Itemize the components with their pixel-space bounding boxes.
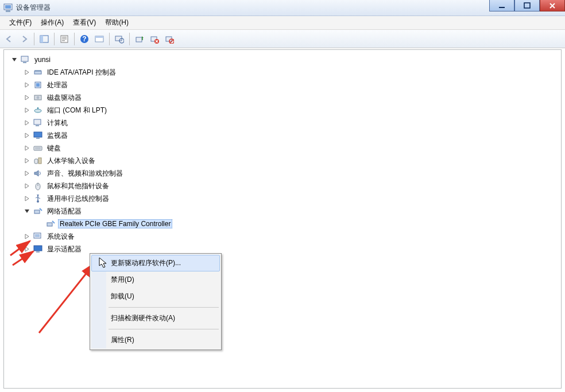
expander-closed-icon[interactable] [24,145,30,152]
expander-closed-icon[interactable] [24,233,30,240]
tree-keyboard[interactable]: 键盘 [24,142,561,154]
ctx-uninstall[interactable]: 卸载(U) [91,288,220,305]
svg-rect-40 [38,158,41,164]
view-options-button[interactable] [92,32,106,46]
tree-root[interactable]: yunsi [11,53,561,66]
ctx-disable[interactable]: 禁用(D) [91,271,220,288]
expander-open-icon[interactable] [24,208,30,215]
ports-icon [33,106,43,115]
tree-monitor-label: 监视器 [45,130,69,141]
svg-rect-32 [34,119,41,125]
display-icon [33,244,43,254]
ide-icon [33,68,43,77]
tree-network-device[interactable]: Realtek PCIe GBE Family Controller [36,218,561,230]
expander-closed-icon[interactable] [24,107,30,114]
update-driver-button[interactable] [133,32,146,46]
svg-rect-22 [21,56,28,61]
window-buttons [489,0,565,11]
tree-system-devices[interactable]: 系统设备 [24,230,561,243]
expander-closed-icon[interactable] [24,170,30,177]
svg-rect-36 [34,146,42,150]
tree-mouse[interactable]: 鼠标和其他指针设备 [24,180,561,192]
ctx-scan-hardware[interactable]: 扫描检测硬件改动(A) [91,310,220,327]
expander-closed-icon[interactable] [24,94,30,101]
ctx-properties[interactable]: 属性(R) [91,332,220,348]
tree-pc[interactable]: 计算机 [24,117,561,129]
expander-closed-icon[interactable] [24,183,30,189]
svg-rect-3 [499,7,505,8]
ctx-update-label: 更新驱动程序软件(P)... [111,259,181,267]
usb-icon [33,194,43,203]
minimize-button[interactable] [489,0,514,11]
expander-closed-icon[interactable] [24,81,30,88]
svg-point-30 [34,109,41,112]
expander-closed-icon[interactable] [24,195,30,202]
close-button[interactable] [540,0,565,11]
tree-display-adapters-label: 显示适配器 [45,244,83,255]
menu-view[interactable]: 查看(V) [68,16,100,29]
svg-rect-31 [37,107,38,109]
tree-ide[interactable]: IDE ATA/ATAPI 控制器 [24,66,561,79]
net-icon [33,207,43,216]
svg-rect-14 [95,36,103,38]
svg-rect-38 [35,149,41,149]
expander-closed-icon[interactable] [24,246,30,253]
tree-network-adapters-label: 网络适配器 [45,206,83,217]
tree-monitor[interactable]: 监视器 [24,129,561,142]
sound-icon [33,169,43,178]
expander-closed-icon[interactable] [24,157,30,164]
menubar: 文件(F) 操作(A) 查看(V) 帮助(H) [0,16,565,30]
expander-closed-icon[interactable] [24,132,30,139]
titlebar: 设备管理器 [0,0,565,16]
maximize-button[interactable] [514,0,540,11]
tree-usb-label: 通用串行总线控制器 [45,193,111,204]
svg-rect-35 [36,138,40,139]
svg-rect-34 [34,132,42,137]
menu-action[interactable]: 操作(A) [36,16,68,29]
ctx-props-label: 属性(R) [111,336,134,344]
tree-ports-label: 端口 (COM 和 LPT) [45,105,109,116]
disable-device-button[interactable] [162,32,176,46]
svg-rect-6 [40,36,43,42]
svg-point-29 [37,96,40,99]
hid-icon [33,156,43,165]
svg-rect-25 [34,70,41,71]
nav-back-button[interactable] [2,32,16,46]
tree-ports[interactable]: 端口 (COM 和 LPT) [24,104,561,117]
tree-usb[interactable]: 通用串行总线控制器 [24,192,561,205]
context-menu: 更新驱动程序软件(P)... 禁用(D) 卸载(U) 扫描检测硬件改动(A) 属… [90,253,222,350]
scan-hardware-button[interactable] [113,32,126,46]
tree-cpu[interactable]: 处理器 [24,79,561,91]
svg-rect-48 [34,246,42,251]
svg-text:?: ? [82,35,86,43]
tree-disk[interactable]: 磁盘驱动器 [24,91,561,104]
nav-forward-button[interactable] [17,32,31,46]
properties-button[interactable] [57,32,71,46]
show-hide-console-tree-button[interactable] [37,32,51,46]
svg-rect-2 [6,10,10,12]
tree-disk-label: 磁盘驱动器 [45,92,83,103]
help-button[interactable]: ? [78,32,91,46]
tree-hid[interactable]: 人体学输入设备 [24,154,561,167]
cpu-icon [33,80,43,90]
tree-sound[interactable]: 声音、视频和游戏控制器 [24,167,561,180]
menu-help[interactable]: 帮助(H) [100,16,133,29]
expander-closed-icon[interactable] [24,69,30,76]
mon-icon [33,131,43,140]
sysdev-icon [33,232,43,241]
ctx-update-driver[interactable]: 更新驱动程序软件(P)... [91,255,220,271]
tree-ide-label: IDE ATA/ATAPI 控制器 [45,67,118,78]
tree-hid-label: 人体学输入设备 [45,156,97,166]
tree-cpu-label: 处理器 [45,80,69,91]
uninstall-device-button[interactable] [148,32,161,46]
ctx-scan-label: 扫描检测硬件改动(A) [111,314,175,322]
svg-rect-23 [23,62,26,63]
disk-icon [33,93,43,102]
svg-point-43 [37,200,39,203]
toolbar: ? [0,30,565,48]
expander-open-icon[interactable] [11,56,18,63]
device-tree-panel[interactable]: yunsi IDE ATA/ATAPI 控制器处理器磁盘驱动器端口 (COM 和… [3,49,562,389]
menu-file[interactable]: 文件(F) [5,16,36,29]
expander-closed-icon[interactable] [24,119,30,126]
tree-network-adapters[interactable]: 网络适配器 [24,205,561,218]
